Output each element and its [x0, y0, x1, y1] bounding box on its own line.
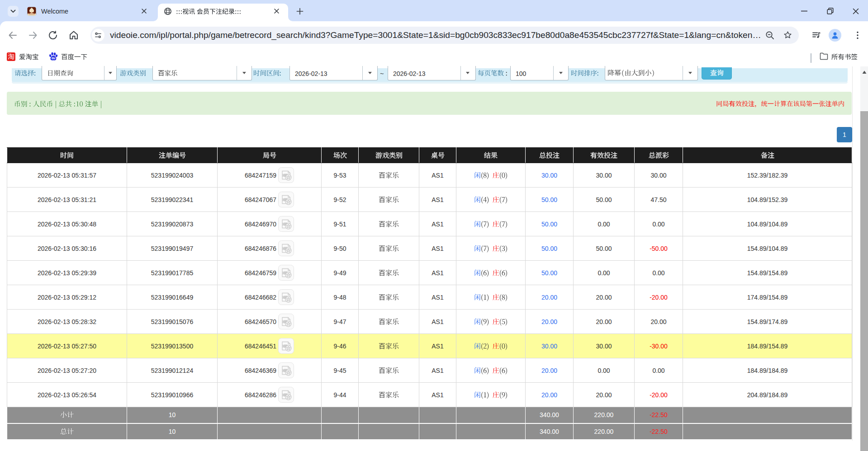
svg-text:du: du	[52, 56, 55, 60]
